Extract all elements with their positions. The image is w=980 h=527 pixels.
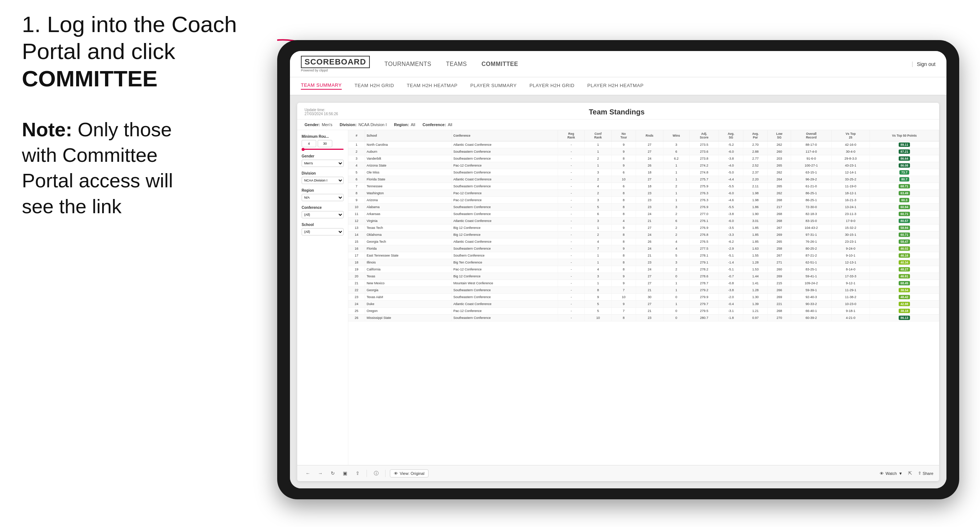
cell-overall: 59-39-1 bbox=[791, 287, 832, 294]
sidebar-division-select[interactable]: NCAA Division I bbox=[302, 177, 344, 184]
cell-rnds: 21 bbox=[636, 217, 663, 224]
cell-adj-score: 276.1 bbox=[689, 217, 719, 224]
cell-points: 46.02 bbox=[870, 245, 939, 252]
cell-conference: Southeastern Conference bbox=[452, 211, 558, 217]
cell-conference: Southeastern Conference bbox=[452, 314, 558, 321]
toolbar-btn-expand[interactable]: ⇱ bbox=[905, 469, 915, 478]
cell-reg-rank: - bbox=[558, 266, 585, 273]
cell-vs-top25: 9-24-0 bbox=[832, 245, 870, 252]
cell-low-sg: 268 bbox=[768, 308, 791, 314]
toolbar-btn-forward[interactable]: → bbox=[315, 469, 325, 478]
sub-navigation: TEAM SUMMARY TEAM H2H GRID TEAM H2H HEAT… bbox=[290, 77, 947, 95]
cell-points: 68.71 bbox=[870, 183, 939, 190]
cell-avg-sg: -3.1 bbox=[719, 308, 743, 314]
cell-rank: 17 bbox=[348, 252, 365, 259]
cell-school: Alabama bbox=[365, 204, 452, 211]
toolbar-btn-back[interactable]: ← bbox=[303, 469, 313, 478]
watch-button[interactable]: 👁 Watch ▼ bbox=[880, 471, 903, 476]
cell-conf-rank: 1 bbox=[585, 224, 612, 232]
cell-conference: Southern Conference bbox=[452, 252, 558, 259]
cell-conference: Big 12 Conference bbox=[452, 224, 558, 232]
sub-nav-team-h2h-grid[interactable]: TEAM H2H GRID bbox=[355, 83, 394, 89]
watch-icon: 👁 bbox=[880, 471, 884, 476]
slider-thumb bbox=[302, 148, 305, 151]
cell-no-tour: 7 bbox=[611, 308, 636, 314]
region-label: Region: bbox=[394, 122, 409, 127]
sidebar-region-select[interactable]: N/A bbox=[302, 194, 344, 201]
cell-rnds: 24 bbox=[636, 245, 663, 252]
cell-rnds: 21 bbox=[636, 308, 663, 314]
gender-label: Gender: bbox=[305, 122, 320, 127]
sub-nav-player-h2h-heatmap[interactable]: PLAYER H2H HEATMAP bbox=[587, 83, 643, 89]
cell-no-tour: 9 bbox=[611, 301, 636, 308]
cell-reg-rank: - bbox=[558, 190, 585, 197]
cell-points: 68.45 bbox=[870, 280, 939, 287]
cell-vs-top25: 23-23-1 bbox=[832, 238, 870, 245]
cell-adj-score: 276.3 bbox=[689, 197, 719, 204]
cell-avg-sg: -3.8 bbox=[719, 155, 743, 162]
toolbar-btn-refresh[interactable]: ↻ bbox=[328, 469, 337, 478]
cell-rank: 18 bbox=[348, 259, 365, 266]
cell-rnds: 27 bbox=[636, 224, 663, 232]
sidebar-school-select[interactable]: (All) bbox=[302, 228, 344, 235]
filters-sidebar: Minimum Rou... Gender bbox=[297, 130, 348, 465]
sub-nav-player-summary[interactable]: PLAYER SUMMARY bbox=[471, 83, 517, 89]
nav-committee[interactable]: COMMITTEE bbox=[481, 59, 518, 69]
cell-points: 38.18 bbox=[870, 308, 939, 314]
view-original-button[interactable]: 👁 View: Original bbox=[390, 470, 428, 478]
table-row: 17 East Tennessee State Southern Confere… bbox=[348, 252, 939, 259]
toolbar-btn-info[interactable]: ⓘ bbox=[371, 469, 381, 478]
cell-wins: 2 bbox=[663, 211, 689, 217]
note-text: Note: Only those with Committee Portal a… bbox=[22, 117, 175, 219]
min-rounds-max[interactable] bbox=[318, 140, 332, 147]
toolbar-btn-copy[interactable]: ▣ bbox=[340, 469, 350, 478]
cell-school: Georgia Tech bbox=[365, 238, 452, 245]
sidebar-conference-select[interactable]: (All) bbox=[302, 211, 344, 218]
cell-adj-score: 279.9 bbox=[689, 294, 719, 301]
col-overall: OverallRecord bbox=[791, 130, 832, 141]
cell-school: Arizona bbox=[365, 197, 452, 204]
cell-low-sg: 266 bbox=[768, 287, 791, 294]
cell-low-sg: 262 bbox=[768, 169, 791, 176]
toolbar-btn-share-small[interactable]: ⇧ bbox=[353, 469, 362, 478]
cell-conf-rank: 1 bbox=[585, 259, 612, 266]
col-vs-top50-points: Vs Top 50 Points bbox=[870, 130, 939, 141]
table-header-row: # School Conference RegRank ConfRank NoT… bbox=[348, 130, 939, 141]
cell-adj-score: 276.3 bbox=[689, 190, 719, 197]
cell-school: Mississippi State bbox=[365, 314, 452, 321]
cell-reg-rank: - bbox=[558, 259, 585, 266]
cell-no-tour: 8 bbox=[611, 252, 636, 259]
cell-wins: 1 bbox=[663, 280, 689, 287]
filter-group-region: Region N/A bbox=[302, 189, 344, 201]
cell-conf-rank: 1 bbox=[585, 162, 612, 169]
cell-no-tour: 9 bbox=[611, 162, 636, 169]
min-rounds-min[interactable] bbox=[302, 140, 316, 147]
sign-out-link[interactable]: Sign out bbox=[917, 61, 935, 67]
sub-nav-player-h2h-grid[interactable]: PLAYER H2H GRID bbox=[530, 83, 575, 89]
toolbar-separator-1 bbox=[366, 470, 367, 477]
cell-wins: 0 bbox=[663, 314, 689, 321]
cell-conf-rank: 8 bbox=[585, 287, 612, 294]
main-nav: TOURNAMENTS TEAMS COMMITTEE bbox=[384, 59, 912, 69]
cell-adj-score: 278.7 bbox=[689, 280, 719, 287]
cell-adj-score: 279.5 bbox=[689, 308, 719, 314]
nav-tournaments[interactable]: TOURNAMENTS bbox=[384, 59, 431, 69]
cell-conference: Southeastern Conference bbox=[452, 287, 558, 294]
cell-no-tour: 6 bbox=[611, 183, 636, 190]
cell-overall: 59-41-1 bbox=[791, 273, 832, 280]
rounds-slider[interactable] bbox=[302, 149, 344, 150]
sidebar-gender-select[interactable]: Men's bbox=[302, 160, 344, 167]
cell-rank: 22 bbox=[348, 287, 365, 294]
cell-avg-par: 1.85 bbox=[743, 238, 768, 245]
cell-reg-rank: - bbox=[558, 232, 585, 238]
cell-vs-top25: 43-23-1 bbox=[832, 162, 870, 169]
cell-vs-top25: 10-23-0 bbox=[832, 301, 870, 308]
sub-nav-team-summary[interactable]: TEAM SUMMARY bbox=[301, 83, 342, 90]
cell-school: Washington bbox=[365, 190, 452, 197]
nav-teams[interactable]: TEAMS bbox=[446, 59, 467, 69]
cell-avg-par: 1.98 bbox=[743, 197, 768, 204]
sub-nav-team-h2h-heatmap[interactable]: TEAM H2H HEATMAP bbox=[407, 83, 457, 89]
share-button[interactable]: ⇧ Share bbox=[918, 471, 933, 476]
logo-sub: Powered by clippd bbox=[301, 68, 370, 72]
cell-reg-rank: - bbox=[558, 141, 585, 148]
